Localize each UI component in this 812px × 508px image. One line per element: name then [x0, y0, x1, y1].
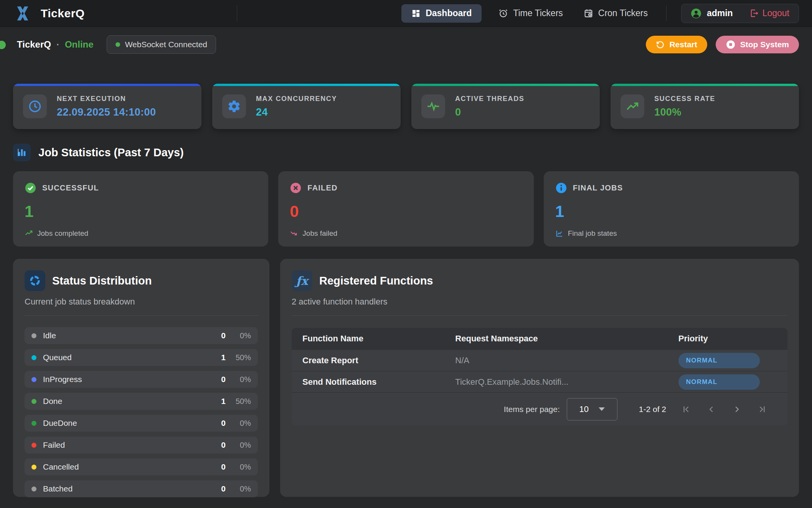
status-bar: TickerQ · Online WebSocket Connected Res… — [0, 27, 812, 62]
status-percent: 0% — [226, 419, 251, 428]
trend-down-icon — [290, 229, 298, 238]
column-function-name: Function Name — [292, 334, 455, 344]
user-avatar-icon — [691, 8, 701, 19]
panel-subtitle: Current job status breakdown — [25, 297, 258, 307]
stop-icon — [726, 40, 736, 50]
tab-dashboard[interactable]: Dashboard — [401, 4, 482, 23]
function-fx-icon: ƒx — [292, 270, 312, 291]
status-label: DueDone — [43, 419, 77, 428]
previous-page-button[interactable] — [701, 399, 721, 419]
restart-button[interactable]: Restart — [646, 36, 707, 53]
stat-value: 0 — [455, 106, 524, 118]
job-card-value: 0 — [290, 202, 522, 221]
job-stats-cards: SUCCESSFUL 1 Jobs completed FAILED 0 — [13, 171, 799, 247]
priority-badge: NORMAL — [678, 374, 760, 390]
status-count: 1 — [221, 397, 226, 406]
clock-icon — [23, 94, 47, 118]
priority-badge: NORMAL — [678, 353, 760, 368]
page-size-value: 10 — [579, 404, 589, 414]
status-dot — [31, 443, 36, 448]
system-actions: Restart Stop System — [646, 36, 799, 53]
job-card-successful: SUCCESSFUL 1 Jobs completed — [13, 171, 268, 247]
last-page-button[interactable] — [752, 399, 772, 419]
column-request-namespace: Request Namespace — [455, 334, 678, 344]
bar-chart-icon — [13, 144, 31, 161]
x-circle-icon — [290, 182, 302, 194]
status-count: 0 — [221, 375, 226, 384]
column-priority: Priority — [678, 334, 787, 344]
online-status: Online — [65, 39, 94, 50]
tab-cron-tickers[interactable]: Cron Tickers — [580, 4, 652, 23]
status-percent: 50% — [226, 353, 251, 362]
statusbar-app-name: TickerQ — [17, 39, 51, 50]
table-header: Function Name Request Namespace Priority — [292, 328, 787, 349]
restart-icon — [656, 40, 665, 49]
stat-value: 24 — [256, 106, 337, 118]
page-size-select[interactable]: 10 — [567, 398, 617, 420]
status-dot — [31, 399, 36, 404]
status-count: 0 — [221, 440, 226, 450]
tickerq-logo[interactable] — [13, 4, 32, 23]
logo-x-icon — [14, 5, 31, 22]
navbar-divider — [237, 5, 237, 22]
tab-cron-tickers-label: Cron Tickers — [598, 8, 648, 18]
websocket-label: WebSocket Connected — [125, 40, 207, 49]
next-page-button[interactable] — [727, 399, 747, 419]
stop-system-button[interactable]: Stop System — [716, 36, 799, 53]
status-row-duedone: DueDone 0 0% — [25, 415, 258, 432]
status-label: Cancelled — [43, 462, 79, 472]
divider — [25, 315, 258, 316]
status-count: 0 — [221, 484, 226, 493]
namespace-cell: N/A — [455, 356, 678, 366]
stat-cards-row: NEXT EXECUTION 22.09.2025 14:10:00 MAX C… — [13, 84, 799, 129]
restart-label: Restart — [669, 40, 697, 49]
status-list: Idle 0 0% Queued 1 50% InProgress 0 0% — [25, 327, 258, 497]
status-row-done: Done 1 50% — [25, 393, 258, 410]
stat-value: 22.09.2025 14:10:00 — [57, 106, 156, 118]
status-label: InProgress — [43, 375, 82, 384]
table-row-create-report: Create Report N/A NORMAL — [292, 349, 787, 371]
chevron-left-icon — [706, 404, 716, 414]
panel-subtitle: 2 active function handlers — [292, 297, 787, 307]
logout-label: Logout — [762, 8, 789, 18]
status-dot — [31, 333, 36, 338]
status-count: 0 — [221, 462, 226, 472]
logout-button[interactable]: Logout — [750, 8, 789, 18]
job-card-failed: FAILED 0 Jobs failed — [278, 171, 533, 247]
status-label: Idle — [43, 331, 56, 340]
brand-title: TickerQ — [41, 7, 85, 20]
status-percent: 0% — [226, 463, 251, 472]
info-circle-icon — [555, 182, 567, 194]
websocket-status-badge: WebSocket Connected — [107, 35, 216, 54]
stat-label: ACTIVE THREADS — [455, 95, 524, 103]
chevron-right-icon — [732, 404, 742, 414]
panel-title: Status Distribution — [52, 275, 152, 287]
websocket-dot-icon — [116, 42, 120, 47]
job-card-caption: Jobs failed — [302, 229, 337, 238]
stat-label: NEXT EXECUTION — [57, 95, 156, 103]
first-page-button[interactable] — [676, 399, 696, 419]
status-percent: 50% — [226, 397, 251, 406]
status-percent: 0% — [226, 375, 251, 384]
tab-time-tickers-label: Time Tickers — [513, 8, 563, 18]
tab-time-tickers[interactable]: Time Tickers — [495, 4, 567, 23]
job-card-value: 1 — [555, 202, 787, 221]
job-card-label: FINAL JOBS — [573, 184, 623, 192]
bottom-panels: Status Distribution Current job status b… — [13, 259, 799, 497]
status-label: Failed — [43, 440, 65, 450]
status-row-queued: Queued 1 50% — [25, 349, 258, 366]
pagination-range: 1-2 of 2 — [639, 405, 666, 414]
last-page-icon — [757, 404, 767, 414]
function-name-cell: Send Notifications — [292, 377, 455, 387]
job-statistics-header: Job Statistics (Past 7 Days) — [13, 144, 799, 161]
divider — [292, 315, 787, 316]
stat-value: 100% — [654, 106, 715, 118]
status-label: Batched — [43, 484, 73, 493]
nav-tabs: Dashboard Time Tickers Cron Tickers — [401, 4, 652, 23]
stat-card-max-concurrency: MAX CONCURRENCY 24 — [212, 84, 401, 129]
job-card-caption: Final job states — [568, 229, 617, 238]
pager-buttons — [676, 399, 772, 419]
status-row-cancelled: Cancelled 0 0% — [25, 458, 258, 475]
calendar-clock-icon — [584, 8, 593, 18]
navbar-divider-2 — [666, 6, 667, 21]
